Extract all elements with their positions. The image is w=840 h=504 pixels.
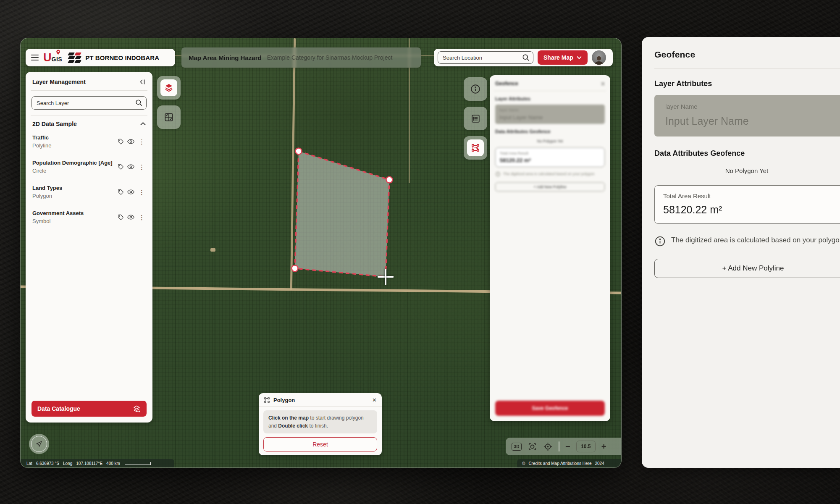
area-info-text: The digitized area is calculated based o…	[503, 171, 594, 177]
section-2d-data-sample[interactable]: 2D Data Sample	[32, 116, 147, 129]
layer-item-population-demographic[interactable]: Population Demographic [Age] Circle ⋮	[32, 154, 147, 179]
layer-name: Traffic	[32, 134, 52, 141]
more-options-icon[interactable]: ⋮	[138, 189, 146, 195]
search-icon[interactable]	[522, 53, 530, 62]
section-title: 2D Data Sample	[32, 121, 77, 127]
layer-item-land-types[interactable]: Land Types Polygon ⋮	[32, 179, 147, 205]
geofence-panel-title: Geofence	[495, 81, 518, 87]
info-icon	[470, 84, 481, 94]
more-options-icon[interactable]: ⋮	[138, 214, 146, 220]
layer-search	[32, 96, 147, 110]
polygon-dialog-title: Polygon	[273, 397, 369, 403]
close-icon[interactable]: ✕	[372, 397, 377, 403]
layer-attributes-heading: Layer Attributes	[654, 79, 840, 88]
total-area-value: 58120.22 m²	[500, 157, 600, 163]
borneo-indobara-logo-icon	[68, 52, 81, 63]
scale-label: 400 km	[106, 461, 120, 466]
polygon-hint-text: Click on the map to start drawing polygo…	[263, 410, 377, 433]
map-subtitle: Example Category for Sinarmas Mockup Pro…	[267, 54, 393, 61]
layer-search-input[interactable]	[32, 96, 147, 110]
layer-type: Symbol	[32, 218, 84, 224]
layer-item-government-assets[interactable]: Government Assets Symbol ⋮	[32, 205, 147, 230]
geofence-panel-enlarged: Geofence Layer Attributes layer Name Inp…	[642, 37, 840, 468]
ugis-logo-gis: GIS	[52, 56, 63, 63]
polygon-vertices-icon	[264, 397, 270, 403]
zoom-level-value: 10.5	[576, 441, 596, 452]
map-title: Map Area Mining Hazard	[189, 54, 262, 61]
chevron-up-icon[interactable]	[140, 122, 146, 126]
total-area-box: Total Area Result 58120.22 m²	[654, 185, 840, 224]
layers-icon	[164, 83, 174, 93]
credits-bar: © Credits and Map Attributions Here 2024	[517, 459, 621, 467]
lat-label: Lat	[26, 461, 32, 466]
tag-icon[interactable]	[117, 189, 124, 195]
layer-type: Polygon	[32, 193, 62, 199]
total-area-label: Total Area Result	[663, 192, 840, 200]
info-tool-button[interactable]	[464, 77, 487, 101]
layer-name-field[interactable]: layer Name Input Layer Name	[654, 95, 840, 136]
basemap-grid-icon	[163, 112, 174, 123]
tag-icon[interactable]	[117, 163, 124, 170]
user-avatar[interactable]	[592, 50, 606, 65]
layer-name-field[interactable]: layer Name Input Layer Name	[495, 105, 605, 124]
search-location	[438, 51, 533, 64]
legend-tool-button[interactable]	[464, 107, 487, 130]
compass-navigation-button[interactable]	[29, 434, 49, 454]
locate-me-button[interactable]	[543, 442, 553, 452]
visibility-eye-icon[interactable]	[127, 214, 134, 220]
lat-value: 6.636973 °S	[36, 461, 59, 466]
scale-bar	[125, 462, 151, 465]
layer-name-label: layer Name	[499, 108, 601, 112]
info-icon	[654, 236, 666, 247]
draw-polygon-tool-button[interactable]	[464, 136, 487, 160]
ugis-logo: U GIS	[43, 52, 62, 63]
visibility-eye-icon[interactable]	[127, 139, 134, 144]
add-new-polyline-button[interactable]: + Add New Polyline	[495, 182, 605, 192]
layer-name-placeholder: Input Layer Name	[499, 114, 601, 121]
more-options-icon[interactable]: ⋮	[138, 164, 146, 170]
no-polygon-text: No Polygon Yet	[495, 139, 605, 143]
layer-name: Land Types	[32, 185, 62, 191]
search-icon[interactable]	[135, 99, 143, 107]
map-controls-bar: 3D − 10.5 +	[506, 438, 622, 455]
brand-bar: U GIS PT BORNEO INDOBARA	[26, 49, 175, 66]
collapse-panel-icon[interactable]	[139, 79, 146, 85]
layer-item-traffic[interactable]: Traffic Polyline ⋮	[32, 129, 147, 154]
more-options-icon[interactable]: ⋮	[138, 139, 146, 145]
menu-hamburger-icon[interactable]	[31, 55, 39, 60]
geofence-panel-title: Geofence	[654, 50, 840, 60]
reset-button[interactable]: Reset	[263, 437, 377, 452]
visibility-eye-icon[interactable]	[127, 189, 134, 195]
tag-icon[interactable]	[117, 214, 124, 220]
focus-extent-button[interactable]	[528, 442, 537, 452]
search-location-input[interactable]	[438, 51, 533, 64]
divider	[654, 68, 840, 68]
data-catalogue-label: Data Catalogue	[37, 405, 80, 412]
info-icon	[495, 171, 501, 177]
long-value: 107.108117°E	[76, 461, 102, 466]
collapse-panel-icon[interactable]	[599, 81, 605, 86]
long-label: Long	[63, 461, 72, 466]
location-pin-icon	[56, 50, 60, 55]
data-attributes-heading: Data Attributes Geofence	[654, 149, 840, 158]
basemap-tool-button[interactable]	[157, 105, 181, 129]
layer-name: Population Demographic [Age]	[32, 160, 113, 166]
total-area-box: Total Area Result 58120.22 m²	[495, 147, 605, 167]
add-new-polyline-button[interactable]: + Add New Polyline	[654, 259, 840, 278]
layers-tool-button[interactable]	[157, 76, 181, 100]
data-catalogue-button[interactable]: Data Catalogue	[32, 401, 147, 417]
visibility-eye-icon[interactable]	[127, 164, 134, 170]
app-window: U GIS PT BORNEO INDOBARA Map Area Mining…	[20, 38, 622, 468]
share-map-button[interactable]: Share Map	[538, 50, 588, 65]
3d-mode-button[interactable]: 3D	[512, 443, 522, 451]
zoom-in-button[interactable]: +	[601, 442, 606, 451]
zoom-out-button[interactable]: −	[565, 442, 570, 451]
layer-name-label: layer Name	[665, 103, 840, 110]
credits-year: 2024	[595, 461, 604, 466]
polygon-dialog: Polygon ✕ Click on the map to start draw…	[259, 393, 382, 455]
tag-icon[interactable]	[117, 138, 124, 145]
save-geofence-button[interactable]: Save Geofence	[495, 401, 605, 416]
divider	[559, 441, 559, 452]
list-icon	[470, 113, 481, 124]
copyright-icon: ©	[522, 461, 525, 466]
